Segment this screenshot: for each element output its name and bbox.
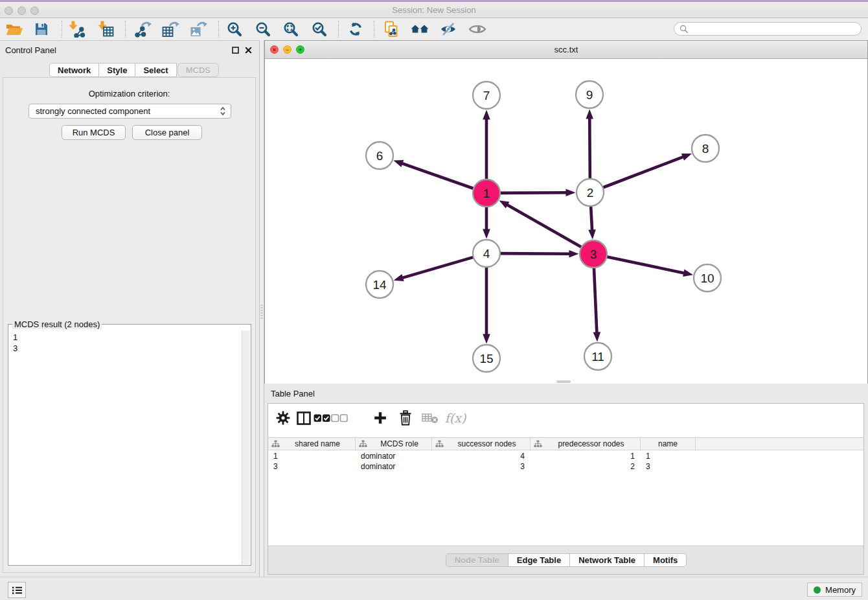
graph-edge-1-6[interactable] xyxy=(401,163,474,189)
export-image-button[interactable] xyxy=(187,20,209,38)
column-tree-icon xyxy=(359,440,367,448)
apply-function-button[interactable]: f(x) xyxy=(446,410,465,426)
graph-edge-2-9[interactable] xyxy=(589,117,590,179)
graph-node-label: 7 xyxy=(483,89,490,102)
add-column-button[interactable] xyxy=(371,410,390,426)
run-mcds-button[interactable]: Run MCDS xyxy=(62,125,126,140)
graph-arrowhead xyxy=(394,274,404,281)
save-session-button[interactable] xyxy=(30,20,52,38)
canvas-scroll-handle[interactable] xyxy=(556,380,571,383)
eye-slash-icon xyxy=(440,21,457,37)
delete-column-button[interactable] xyxy=(396,410,415,426)
tab-style[interactable]: Style xyxy=(98,63,135,77)
graph-edge-3-1[interactable] xyxy=(507,205,582,248)
refresh-icon xyxy=(348,21,363,37)
tab-mcds[interactable]: MCDS xyxy=(177,63,219,77)
divider-grip[interactable] xyxy=(260,305,263,319)
zoom-fit-button[interactable] xyxy=(280,20,302,38)
mcds-result-list[interactable]: 1 3 xyxy=(8,330,242,565)
export-table-button[interactable] xyxy=(159,20,181,38)
graph-node-label: 4 xyxy=(483,247,490,260)
tab-motifs[interactable]: Motifs xyxy=(644,553,687,567)
panel-divider[interactable] xyxy=(259,40,264,577)
search-input[interactable] xyxy=(691,24,856,34)
import-network-button[interactable] xyxy=(65,20,87,38)
close-panel-button[interactable] xyxy=(244,46,253,54)
tab-node-table[interactable]: Node Table xyxy=(446,553,508,567)
graph-edge-2-3[interactable] xyxy=(591,206,592,231)
refresh-button[interactable] xyxy=(345,20,367,38)
cell-predecessor-nodes[interactable]: 1 xyxy=(531,452,641,462)
float-panel-button[interactable] xyxy=(231,46,240,54)
cell-shared-name[interactable]: 1 xyxy=(268,452,356,462)
table-row[interactable]: 3 dominator 3 2 3 xyxy=(268,462,863,472)
cell-mcds-role[interactable]: dominator xyxy=(356,462,432,472)
cell-mcds-role[interactable]: dominator xyxy=(356,452,432,462)
graph-edge-4-3[interactable] xyxy=(500,253,571,254)
hide-selected-button[interactable] xyxy=(437,20,459,38)
window-title: Session: New Session xyxy=(0,5,868,15)
graph-arrowhead xyxy=(483,334,490,344)
memory-button[interactable]: Memory xyxy=(807,583,862,597)
table-settings-button[interactable] xyxy=(273,410,293,426)
cell-name[interactable]: 3 xyxy=(641,462,696,472)
table-panel-box: f(x) shared name MCDS role xyxy=(268,403,864,575)
network-graph[interactable]: 7968124314101511 xyxy=(265,59,867,384)
close-panel-button-mcds[interactable]: Close panel xyxy=(132,125,202,140)
memory-label: Memory xyxy=(825,585,856,595)
cell-shared-name[interactable]: 3 xyxy=(268,462,356,472)
graph-edge-4-14[interactable] xyxy=(402,257,474,278)
toggle-panes-button[interactable] xyxy=(294,410,314,426)
tab-network-table[interactable]: Network Table xyxy=(569,553,645,567)
graph-arrowhead xyxy=(569,250,578,258)
network-canvas[interactable]: 7968124314101511 xyxy=(265,59,867,384)
export-image-icon xyxy=(190,21,207,38)
mcds-panel-body: Optimization criterion: strongly connect… xyxy=(3,77,256,573)
task-history-button[interactable] xyxy=(8,582,26,598)
show-all-button[interactable] xyxy=(466,20,488,38)
column-label: shared name xyxy=(280,439,355,448)
deselect-all-columns-button[interactable] xyxy=(330,410,349,426)
table-row[interactable]: 1 dominator 4 1 1 xyxy=(268,452,863,462)
zoom-in-button[interactable] xyxy=(223,20,246,38)
application-window: Session: New Session xyxy=(0,0,868,600)
cell-predecessor-nodes[interactable]: 2 xyxy=(531,462,641,472)
column-label: successor nodes xyxy=(444,439,530,448)
first-neighbors-button[interactable] xyxy=(409,20,431,38)
fx-icon: f(x) xyxy=(445,411,466,425)
criterion-dropdown[interactable]: strongly connected component xyxy=(29,104,231,119)
import-table-button[interactable] xyxy=(95,20,117,38)
open-session-button[interactable] xyxy=(3,20,25,38)
zoom-out-button[interactable] xyxy=(252,20,274,38)
float-icon xyxy=(232,47,239,54)
cell-successor-nodes[interactable]: 4 xyxy=(432,452,531,462)
graph-arrowhead xyxy=(565,189,575,196)
graph-arrowhead xyxy=(499,200,510,208)
control-panel-tabs: Network Style Select MCDS xyxy=(49,63,218,77)
result-scrollbar[interactable] xyxy=(242,330,250,564)
clone-network-icon xyxy=(383,21,400,38)
column-header-name[interactable]: name xyxy=(641,438,696,450)
graph-edge-2-8[interactable] xyxy=(603,157,684,188)
clone-network-button[interactable] xyxy=(380,20,402,38)
column-header-shared-name[interactable]: shared name xyxy=(268,438,356,450)
tab-network[interactable]: Network xyxy=(49,63,99,77)
column-header-mcds-role[interactable]: MCDS role xyxy=(356,438,432,450)
table-header-row: shared name MCDS role successor nodes xyxy=(268,437,863,450)
search-field[interactable] xyxy=(674,22,862,36)
column-header-predecessor-nodes[interactable]: predecessor nodes xyxy=(531,438,641,450)
graph-edge-1-2[interactable] xyxy=(500,192,567,193)
column-header-successor-nodes[interactable]: successor nodes xyxy=(432,438,531,450)
tab-select[interactable]: Select xyxy=(135,63,176,77)
cell-name[interactable]: 1 xyxy=(641,452,696,462)
delete-table-button[interactable] xyxy=(420,410,440,426)
tab-edge-table[interactable]: Edge Table xyxy=(508,553,570,567)
control-panel: Control Panel Network Style Select MCDS … xyxy=(0,40,259,577)
main-titlebar: Session: New Session xyxy=(0,2,868,18)
zoom-selected-button[interactable] xyxy=(308,20,330,38)
select-all-columns-button[interactable] xyxy=(312,410,332,426)
graph-edge-3-11[interactable] xyxy=(594,268,597,334)
export-network-button[interactable] xyxy=(131,20,154,38)
cell-successor-nodes[interactable]: 3 xyxy=(432,462,531,472)
graph-edge-3-10[interactable] xyxy=(607,257,685,273)
